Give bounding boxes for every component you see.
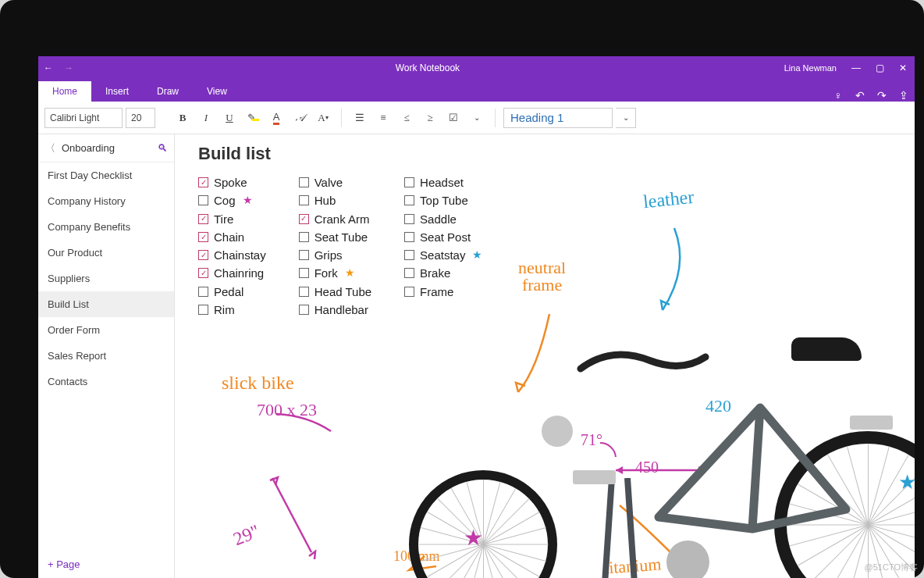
font-name-select[interactable]: Calibri Light	[44, 108, 123, 128]
todo-tag-icon[interactable]: ☑	[443, 108, 464, 128]
undo-icon[interactable]: ↶	[849, 89, 871, 102]
checkbox-icon[interactable]	[404, 250, 414, 260]
font-color-icon[interactable]: A	[266, 108, 286, 128]
checklist-item[interactable]: ✓Chainstay	[198, 246, 266, 264]
checklist-item[interactable]: Seat Tube	[299, 228, 371, 246]
nav-forward-icon[interactable]: →	[59, 62, 79, 73]
style-chevron-icon[interactable]: ⌄	[616, 108, 636, 128]
checkbox-icon[interactable]	[299, 305, 309, 315]
checklist: ✓SpokeCog★✓Tire✓Chain✓Chainstay✓Chainrin…	[198, 173, 482, 319]
checklist-item[interactable]: Grips	[299, 246, 371, 264]
style-select[interactable]: Heading 1	[503, 108, 613, 128]
checkbox-icon[interactable]	[404, 177, 414, 187]
checklist-item[interactable]: Cog★	[198, 191, 266, 209]
tab-insert[interactable]: Insert	[91, 81, 143, 102]
checkbox-icon[interactable]: ✓	[198, 232, 208, 242]
checkbox-icon[interactable]	[404, 287, 414, 297]
sidebar-item[interactable]: Company Benefits	[38, 214, 174, 240]
checklist-item[interactable]: Brake	[404, 264, 482, 282]
checkbox-icon[interactable]	[404, 268, 414, 278]
add-page-button[interactable]: + Page	[38, 551, 174, 578]
chevron-down-icon[interactable]: ⌄	[467, 108, 487, 128]
brake-left	[573, 470, 616, 484]
font-size-select[interactable]: 20	[126, 108, 155, 128]
checkbox-icon[interactable]	[198, 287, 208, 297]
checklist-item[interactable]: Hub	[299, 191, 371, 209]
page-title: Build list	[198, 144, 271, 164]
checklist-item[interactable]: ✓Tire	[198, 210, 266, 228]
checklist-item[interactable]: Pedal	[198, 283, 266, 301]
tab-view[interactable]: View	[193, 81, 241, 102]
sidebar-item[interactable]: Our Product	[38, 240, 174, 266]
checklist-item[interactable]: Saddle	[404, 210, 482, 228]
checklist-item[interactable]: ✓Chainring	[198, 264, 266, 282]
checkbox-icon[interactable]: ✓	[198, 177, 208, 187]
page-canvas[interactable]: Build list ✓SpokeCog★✓Tire✓Chain✓Chainst…	[175, 134, 915, 578]
redo-icon[interactable]: ↷	[871, 89, 893, 102]
checkbox-icon[interactable]	[299, 268, 309, 278]
checkbox-icon[interactable]	[198, 305, 208, 315]
checkbox-icon[interactable]: ✓	[299, 214, 309, 224]
checkbox-icon[interactable]	[299, 177, 309, 187]
checklist-item[interactable]: Seat Post	[404, 228, 482, 246]
checkbox-icon[interactable]	[404, 195, 414, 205]
checklist-item[interactable]: ✓Crank Arm	[299, 210, 371, 228]
tab-home[interactable]: Home	[38, 81, 91, 102]
checklist-item[interactable]: Top Tube	[404, 191, 482, 209]
checklist-item[interactable]: Seatstay★	[404, 246, 482, 264]
ribbon-tabs: Home Insert Draw View ♀ ↶ ↷ ⇪	[38, 80, 915, 102]
indent-icon[interactable]: ≥	[420, 108, 440, 128]
screen: ← → Work Notebook Lina Newman — ▢ ✕ Home…	[38, 56, 915, 578]
number-list-icon[interactable]: ≡	[373, 108, 393, 128]
sidebar-item[interactable]: Contacts	[38, 369, 174, 394]
checklist-item[interactable]: Head Tube	[299, 283, 371, 301]
format-painter-icon[interactable]: A▾	[313, 108, 333, 128]
checklist-item[interactable]: Fork★	[299, 264, 371, 282]
checklist-item[interactable]: Valve	[299, 173, 371, 191]
checkbox-icon[interactable]: ✓	[198, 214, 208, 224]
user-name[interactable]: Lina Newman	[777, 63, 844, 73]
checkbox-icon[interactable]	[299, 287, 309, 297]
checkbox-icon[interactable]	[299, 195, 309, 205]
sidebar-item[interactable]: Company History	[38, 188, 174, 214]
italic-icon[interactable]: I	[196, 108, 216, 128]
tab-draw[interactable]: Draw	[143, 81, 193, 102]
window-maximize-icon[interactable]: ▢	[868, 62, 891, 73]
checkbox-icon[interactable]: ✓	[198, 250, 208, 260]
checkbox-icon[interactable]	[404, 232, 414, 242]
checklist-item[interactable]: ✓Spoke	[198, 173, 266, 191]
fork	[588, 478, 651, 578]
window-minimize-icon[interactable]: —	[844, 62, 868, 73]
highlight-icon[interactable]: ✎	[243, 108, 263, 128]
checkbox-icon[interactable]	[299, 232, 309, 242]
ink-leather: leather	[642, 187, 695, 213]
brake-right	[850, 416, 893, 430]
checklist-item[interactable]: Headset	[404, 173, 482, 191]
outdent-icon[interactable]: ≤	[396, 108, 417, 128]
window-close-icon[interactable]: ✕	[891, 62, 915, 73]
nav-back-icon[interactable]: ←	[38, 62, 59, 73]
sidebar-item[interactable]: First Day Checklist	[38, 162, 174, 188]
checklist-label: Chainstay	[214, 246, 266, 264]
bold-icon[interactable]: B	[172, 108, 193, 128]
checkbox-icon[interactable]	[404, 214, 414, 224]
lightbulb-icon[interactable]: ♀	[827, 89, 849, 102]
sidebar-item[interactable]: Build List	[38, 291, 174, 317]
bullet-list-icon[interactable]: ☰	[350, 108, 370, 128]
sidebar-back-icon[interactable]: 〈	[38, 141, 62, 155]
clear-format-icon[interactable]: 𝒜	[290, 108, 310, 128]
sidebar-item[interactable]: Order Form	[38, 317, 174, 343]
checkbox-icon[interactable]	[299, 250, 309, 260]
checklist-item[interactable]: Rim	[198, 301, 266, 319]
sidebar-item[interactable]: Sales Report	[38, 343, 174, 369]
checkbox-icon[interactable]: ✓	[198, 268, 208, 278]
share-icon[interactable]: ⇪	[893, 89, 915, 102]
sidebar-item[interactable]: Suppliers	[38, 266, 174, 291]
sidebar-title[interactable]: Onboarding	[62, 142, 151, 154]
checkbox-icon[interactable]	[198, 195, 208, 205]
search-icon[interactable]: 🔍︎	[151, 142, 174, 154]
checklist-item[interactable]: Handlebar	[299, 301, 371, 319]
checklist-item[interactable]: ✓Chain	[198, 228, 266, 246]
checklist-item[interactable]: Frame	[404, 283, 482, 301]
underline-icon[interactable]: U	[219, 108, 240, 128]
